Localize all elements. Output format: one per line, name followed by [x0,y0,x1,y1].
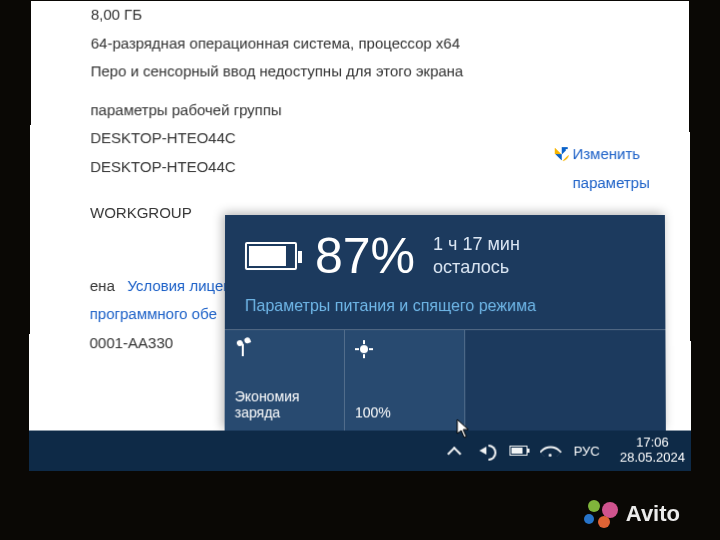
battery-flyout: 87% 1 ч 17 мин осталось Параметры питани… [225,215,666,431]
battery-saver-tile[interactable]: Экономия заряда [225,330,345,430]
input-language[interactable]: РУС [574,443,600,458]
brightness-tile[interactable]: 100% [345,330,465,430]
pen-touch-value: Перо и сенсорный ввод недоступны для это… [91,57,660,85]
brightness-value: 100% [355,404,454,420]
network-icon[interactable] [541,442,559,460]
system-tray: РУС 17:06 28.05.2024 [445,436,685,466]
volume-icon[interactable] [477,442,495,460]
avito-logo-icon [584,500,620,528]
mouse-cursor-icon [456,418,470,438]
sun-icon [355,340,373,358]
avito-watermark: Avito [584,500,680,528]
battery-percent: 87% [315,231,415,281]
battery-tray-icon[interactable] [509,442,527,460]
tray-overflow-icon[interactable] [445,442,463,460]
activation-status-tail: ена [90,277,115,294]
change-settings-link[interactable]: Изменить параметры [554,140,649,197]
monitor-screen: 8,00 ГБ 64-разрядная операционная систем… [29,1,691,471]
battery-remaining: 1 ч 17 мин осталось [433,233,520,280]
sprout-icon [235,340,251,356]
battery-saver-label: Экономия заряда [235,388,334,420]
installed-ram-value: 8,00 ГБ [91,1,659,29]
battery-icon [245,242,297,270]
uac-shield-icon [554,147,568,161]
taskbar-clock[interactable]: 17:06 28.05.2024 [620,436,685,466]
power-sleep-settings-link[interactable]: Параметры питания и спящего режима [225,291,666,329]
taskbar: РУС 17:06 28.05.2024 [29,431,691,471]
system-type-value: 64-разрядная операционная система, проце… [91,29,660,57]
workgroup-params-label: параметры рабочей группы [90,96,659,124]
